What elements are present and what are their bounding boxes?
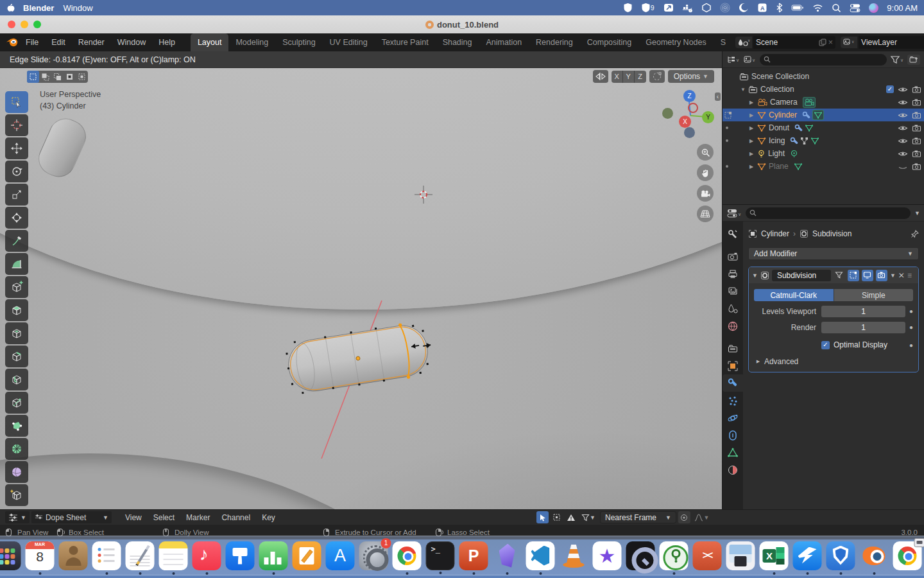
- dock-item-imovie[interactable]: [593, 541, 622, 570]
- perspective-toggle-icon[interactable]: [697, 206, 714, 222]
- dock-item-notes[interactable]: [159, 541, 188, 570]
- mesh-data-icon[interactable]: [805, 124, 814, 132]
- move-tool-button[interactable]: [5, 137, 28, 159]
- properties-tab-material[interactable]: [723, 461, 743, 478]
- wrench-icon[interactable]: [802, 111, 810, 119]
- proportional-edit-icon[interactable]: [649, 70, 665, 83]
- simple-button[interactable]: Simple: [834, 289, 914, 301]
- delete-modifier-icon[interactable]: ✕: [898, 271, 905, 280]
- dock-item-launchpad[interactable]: [0, 541, 21, 570]
- wrench-icon[interactable]: [794, 124, 803, 132]
- edited-cylinder-mesh[interactable]: [279, 293, 446, 469]
- measure-tool-button[interactable]: [5, 253, 28, 275]
- eye-toggle-icon[interactable]: [898, 86, 908, 93]
- outliner-row-light[interactable]: ▶Light: [723, 147, 924, 160]
- filter-icon[interactable]: ▼: [579, 511, 598, 523]
- menubar-clock[interactable]: 9:00 AM: [887, 3, 918, 13]
- breadcrumb-object[interactable]: Cylinder: [761, 229, 789, 238]
- tab-uv-editing[interactable]: UV Editing: [323, 33, 375, 51]
- menubar-menu-window[interactable]: Window: [63, 3, 92, 13]
- dock-item-blender[interactable]: [860, 541, 889, 570]
- add-modifier-button[interactable]: Add Modifier▼: [748, 247, 919, 260]
- battery-icon[interactable]: [791, 3, 804, 13]
- bluetooth-icon[interactable]: [776, 3, 783, 13]
- rotate-tool-button[interactable]: [5, 161, 28, 182]
- outliner-filter-mode-icon[interactable]: ∨: [743, 55, 757, 64]
- annotate-tool-button[interactable]: [5, 230, 28, 252]
- do-not-disturb-icon[interactable]: [739, 3, 749, 13]
- select-mode-intersect-icon[interactable]: [76, 71, 88, 83]
- wifi-icon[interactable]: [812, 3, 823, 12]
- edit-mode-display-icon[interactable]: [834, 270, 845, 281]
- axis-x-button[interactable]: X: [612, 71, 623, 83]
- properties-tab-collection[interactable]: [723, 340, 743, 357]
- animate-dot-icon[interactable]: ●: [909, 342, 913, 349]
- outliner-row-scene-collection[interactable]: Scene Collection: [723, 70, 924, 83]
- proportional-edit-keyframe-icon[interactable]: [678, 511, 690, 523]
- scene-browse-icon[interactable]: ∨: [735, 37, 752, 48]
- tab-compositing[interactable]: Compositing: [580, 33, 638, 51]
- properties-tab-particles[interactable]: [723, 392, 743, 409]
- levels-viewport-input[interactable]: 1: [821, 306, 905, 317]
- only-selected-icon[interactable]: [536, 511, 549, 523]
- viewport-display-icon[interactable]: [862, 270, 873, 281]
- outliner-row-cylinder[interactable]: ▶Cylinder: [723, 109, 924, 121]
- select-mode-invert-icon[interactable]: [64, 71, 76, 83]
- object-name[interactable]: Donut: [769, 123, 789, 132]
- dock-item-keepassxc[interactable]: [660, 541, 689, 570]
- properties-tab-object[interactable]: [723, 357, 743, 374]
- knife-tool-button[interactable]: [5, 392, 28, 414]
- properties-tab-constraints[interactable]: [723, 426, 743, 444]
- smooth-tool-button[interactable]: [5, 461, 28, 483]
- new-collection-icon[interactable]: [907, 55, 920, 65]
- dock-item-numbers[interactable]: [259, 541, 288, 570]
- menu-window[interactable]: Window: [111, 33, 152, 51]
- dock-item-contacts[interactable]: [59, 541, 88, 570]
- dock-item-chrome-screen-share[interactable]: [893, 541, 922, 570]
- keying-interpolation-icon[interactable]: ▼: [692, 511, 712, 523]
- gizmo-x-axis[interactable]: X: [679, 116, 691, 128]
- dock-item-textedit[interactable]: [126, 541, 155, 570]
- expander-icon[interactable]: ▶: [749, 164, 757, 170]
- hexagon-icon[interactable]: [701, 3, 712, 13]
- cursor-tool-button[interactable]: [5, 114, 28, 136]
- spin-tool-button[interactable]: [5, 438, 28, 460]
- inset-faces-tool-button[interactable]: [5, 322, 28, 344]
- select-mode-extend-icon[interactable]: [39, 71, 51, 83]
- poly-build-tool-button[interactable]: [5, 415, 28, 437]
- transform-tool-button[interactable]: [5, 207, 28, 229]
- properties-tab-render[interactable]: [723, 248, 743, 265]
- viewport-3d[interactable]: X Y Z Options▼ User Perspective (43) Cyl…: [0, 68, 722, 509]
- select-box-tool-button[interactable]: [5, 91, 28, 113]
- edge-slide-tool-button[interactable]: [5, 484, 28, 506]
- zoom-window-button[interactable]: [33, 21, 41, 28]
- outliner-filter-icon[interactable]: ∨: [889, 55, 905, 64]
- camera-data-icon[interactable]: [803, 97, 816, 108]
- outliner-row-camera[interactable]: ▶Camera: [723, 96, 924, 109]
- properties-tab-tool[interactable]: [723, 225, 743, 243]
- control-center-icon[interactable]: [850, 3, 860, 13]
- menubar-app-name[interactable]: Blender: [23, 3, 54, 13]
- search-icon[interactable]: [832, 3, 841, 13]
- apple-menu-icon[interactable]: [6, 3, 15, 13]
- axis-z-button[interactable]: Z: [635, 71, 646, 83]
- hide-channels-icon[interactable]: [551, 511, 563, 523]
- camera-toggle-icon[interactable]: [912, 162, 921, 170]
- outliner-search-input[interactable]: [760, 54, 887, 66]
- dock-item-vlc[interactable]: [560, 541, 588, 570]
- mesh-data-icon[interactable]: [794, 162, 803, 170]
- render-levels-input[interactable]: 1: [821, 322, 905, 333]
- object-name[interactable]: Plane: [769, 162, 789, 171]
- collection-checkbox[interactable]: ✓: [886, 85, 894, 93]
- wrench-icon[interactable]: [790, 137, 798, 145]
- expander-icon[interactable]: ▶: [749, 100, 757, 105]
- screen-mirroring-icon[interactable]: [663, 3, 674, 13]
- camera-toggle-icon[interactable]: [912, 85, 921, 93]
- breadcrumb-item[interactable]: Subdivision: [812, 229, 851, 238]
- tab-shading[interactable]: Shading: [436, 33, 479, 51]
- properties-tab-output[interactable]: [723, 265, 743, 283]
- animate-dot-icon[interactable]: ●: [909, 324, 913, 331]
- dock-item-powerpoint[interactable]: [459, 541, 488, 570]
- gizmo-z-axis[interactable]: Z: [683, 90, 696, 102]
- blender-logo-icon[interactable]: [5, 36, 19, 49]
